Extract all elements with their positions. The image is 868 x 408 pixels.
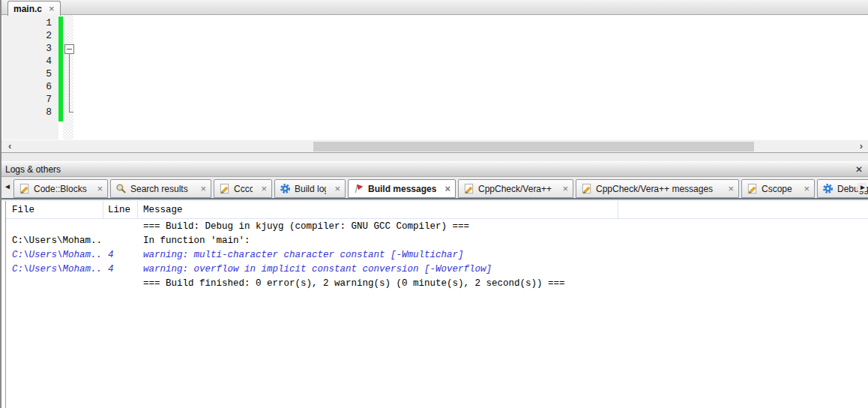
tab-label: CppCheck/Vera++ messages	[596, 184, 713, 194]
close-icon[interactable]: ×	[440, 183, 450, 194]
close-icon[interactable]: ×	[799, 183, 810, 194]
tab-cscope[interactable]: Cscope ×	[741, 179, 815, 198]
tab-label: Cscope	[762, 184, 792, 194]
tab-label: Code::Blocks	[34, 184, 87, 194]
close-icon[interactable]: ×	[558, 183, 568, 194]
pencil-icon	[19, 183, 30, 194]
pencil-icon	[463, 183, 474, 194]
cell-line: 4	[103, 250, 138, 260]
tab-scroll-right-icon[interactable]: ►	[858, 183, 867, 191]
fold-collapse-icon[interactable]	[64, 44, 74, 54]
cell-message: === Build finished: 0 error(s), 2 warnin…	[138, 278, 618, 289]
column-header-message[interactable]: Message	[138, 201, 618, 219]
gear-icon	[822, 183, 834, 194]
editor-hscrollbar[interactable]: ‹ ›	[1, 140, 868, 152]
search-icon	[115, 183, 127, 194]
flag-icon	[353, 183, 364, 194]
cell-line: 4	[103, 264, 138, 274]
line-number: 7	[2, 93, 58, 106]
tab-main-c[interactable]: main.c ×	[7, 1, 61, 16]
cell-message: === Build: Debug in kjuyg (compiler: GNU…	[138, 221, 618, 232]
build-messages-table: File Line Message === Build: Debug in kj…	[1, 201, 868, 408]
table-row-warning[interactable]: C:\Users\Moham... 4 warning: overflow in…	[6, 262, 868, 276]
cell-message: warning: multi-character character const…	[138, 250, 618, 260]
close-icon[interactable]: ×	[256, 183, 267, 194]
tab-main-c-label: main.c	[13, 4, 42, 14]
pencil-icon	[219, 183, 230, 194]
logs-panel-header: Logs & others ✕	[0, 161, 868, 177]
close-icon[interactable]: ✕	[855, 164, 863, 175]
column-header-line[interactable]: Line	[103, 201, 138, 219]
line-number-gutter[interactable]: 1 2 3 4 5 6 7 8	[2, 15, 58, 140]
line-number: 8	[2, 106, 58, 118]
table-row[interactable]: === Build: Debug in kjuyg (compiler: GNU…	[6, 219, 868, 233]
table-header-row: File Line Message	[6, 201, 868, 219]
pencil-icon	[581, 183, 592, 194]
cell-message: In function 'main':	[138, 236, 618, 246]
cell-file: C:\Users\Moham...	[6, 236, 103, 246]
line-number: 5	[2, 68, 58, 80]
fold-guide-line	[69, 54, 70, 112]
line-number: 3	[2, 42, 58, 55]
line-number: 6	[2, 80, 58, 93]
tab-cccc[interactable]: Cccc ×	[214, 179, 272, 198]
tab-build-log[interactable]: Build log ×	[274, 179, 346, 198]
tab-search-results[interactable]: Search results ×	[110, 179, 211, 198]
logs-tabs: Code::Blocks × Search results × Cccc × B…	[13, 179, 868, 198]
logs-tabbar: ◄ Code::Blocks × Search results × Cccc ×…	[0, 178, 868, 200]
tab-codeblocks[interactable]: Code::Blocks ×	[13, 179, 108, 198]
tab-cppcheck-vera[interactable]: CppCheck/Vera++ ×	[458, 179, 573, 198]
tab-label: Search results	[130, 184, 188, 194]
pencil-icon	[747, 183, 758, 194]
tab-cppcheck-vera-messages[interactable]: CppCheck/Vera++ messages ×	[576, 179, 739, 198]
table-row[interactable]: === Build finished: 0 error(s), 2 warnin…	[6, 276, 868, 290]
fold-margin[interactable]	[63, 15, 73, 140]
codeblocks-window: main.c × 1 2 3 4 5 6 7 8 ‹ › Logs & othe…	[0, 0, 868, 408]
close-icon[interactable]: ×	[330, 183, 340, 194]
table-row[interactable]: C:\Users\Moham... In function 'main':	[6, 233, 868, 248]
line-number: 1	[2, 16, 58, 29]
tab-scroll-left-icon[interactable]: ◄	[4, 182, 11, 190]
tab-label: CppCheck/Vera++	[478, 184, 552, 194]
line-number: 4	[2, 55, 58, 68]
close-icon[interactable]: ×	[196, 183, 206, 194]
close-icon[interactable]: ×	[49, 3, 55, 14]
tab-build-messages[interactable]: Build messages ×	[348, 179, 456, 198]
line-number: 2	[2, 29, 58, 42]
panel-divider	[0, 152, 868, 153]
cell-message: warning: overflow in implicit constant c…	[138, 264, 618, 274]
tab-label: Build log	[295, 184, 326, 194]
scroll-left-icon[interactable]: ‹	[8, 140, 11, 153]
column-header-file[interactable]: File	[6, 201, 103, 219]
close-icon[interactable]: ×	[92, 183, 103, 194]
cell-file: C:\Users\Moham...	[6, 250, 103, 260]
scroll-right-icon[interactable]: ›	[860, 140, 863, 153]
cell-file: C:\Users\Moham...	[6, 264, 103, 274]
editor-text-area[interactable]	[73, 15, 868, 140]
editor-pane: 1 2 3 4 5 6 7 8	[1, 15, 868, 140]
close-icon[interactable]: ×	[723, 183, 734, 194]
editor-tabstrip: main.c ×	[1, 0, 868, 15]
hscrollbar-thumb[interactable]	[313, 142, 754, 152]
tab-label: Build messages	[368, 184, 436, 194]
logs-panel-title: Logs & others	[5, 164, 855, 175]
tab-label: Cccc	[234, 184, 253, 194]
table-row-warning[interactable]: C:\Users\Moham... 4 warning: multi-chara…	[6, 248, 868, 262]
gear-icon	[280, 183, 291, 194]
